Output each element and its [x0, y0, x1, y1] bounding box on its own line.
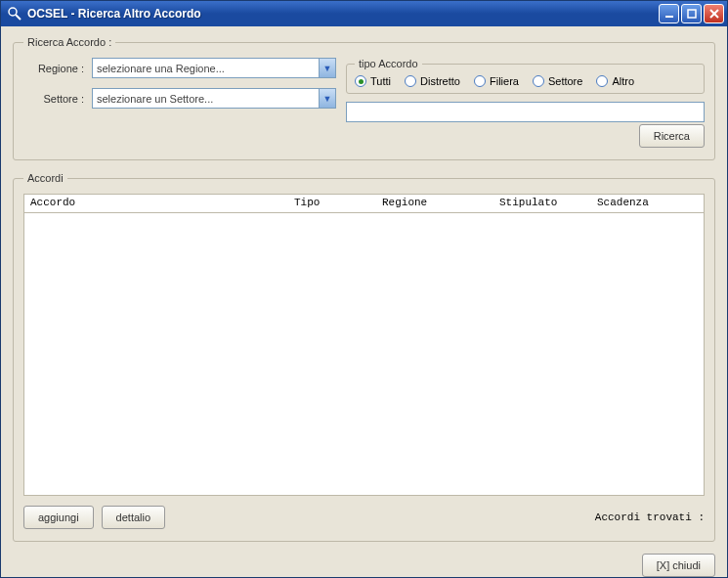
app-icon [7, 6, 22, 22]
minimize-button[interactable] [659, 4, 679, 23]
titlebar[interactable]: OCSEL - Ricerca Altro Accordo [1, 1, 727, 26]
accordi-table: Accordo Tipo Regione Stipulato Scadenza [23, 194, 705, 496]
col-accordo[interactable]: Accordo [24, 195, 288, 212]
search-group: Ricerca Accordo : Regione : selezionare … [13, 36, 715, 160]
svg-rect-3 [688, 10, 696, 18]
settore-combo-value: selezionare un Settore... [97, 93, 213, 105]
regione-combo-value: selezionare una Regione... [97, 63, 225, 74]
filter-input[interactable] [346, 102, 705, 122]
regione-label: Regione : [23, 63, 84, 74]
accordi-trovati-label: Accordi trovati : [595, 511, 705, 523]
col-scadenza[interactable]: Scadenza [591, 195, 704, 212]
tipo-radio-altro[interactable]: Altro [596, 75, 634, 87]
radio-label: Filiera [490, 75, 519, 87]
ricerca-button[interactable]: Ricerca [639, 124, 705, 148]
tipo-radio-tutti[interactable]: Tutti [355, 75, 391, 87]
app-window: OCSEL - Ricerca Altro Accordo Ricerca Ac… [0, 0, 728, 578]
accordi-group: Accordi Accordo Tipo Regione Stipulato S… [13, 172, 715, 542]
table-header: Accordo Tipo Regione Stipulato Scadenza [23, 194, 705, 213]
maximize-icon [687, 9, 697, 19]
radio-label: Altro [612, 75, 634, 87]
radio-icon [355, 75, 366, 87]
radio-label: Tutti [370, 75, 391, 87]
minimize-icon [664, 9, 674, 19]
aggiungi-button[interactable]: aggiungi [23, 506, 94, 529]
col-stipulato[interactable]: Stipulato [493, 195, 591, 212]
chevron-down-icon: ▼ [319, 89, 335, 108]
regione-combo[interactable]: selezionare una Regione... ▼ [92, 58, 336, 78]
svg-rect-2 [665, 16, 673, 18]
tipo-radio-filiera[interactable]: Filiera [474, 75, 519, 87]
radio-label: Settore [548, 75, 582, 87]
chevron-down-icon: ▼ [319, 59, 335, 77]
client-area: Ricerca Accordo : Regione : selezionare … [1, 26, 727, 577]
svg-point-0 [9, 8, 17, 16]
dettaglio-button[interactable]: dettalio [102, 506, 165, 529]
radio-icon [474, 75, 486, 87]
tipo-accordo-group: tipo Accordo TuttiDistrettoFilieraSettor… [346, 58, 705, 94]
tipo-radio-settore[interactable]: Settore [533, 75, 582, 87]
maximize-button[interactable] [681, 4, 702, 23]
chiudi-button[interactable]: [X] chiudi [642, 554, 715, 577]
col-regione[interactable]: Regione [376, 195, 493, 212]
col-tipo[interactable]: Tipo [288, 195, 376, 212]
tipo-accordo-legend: tipo Accordo [355, 58, 422, 69]
window-title: OCSEL - Ricerca Altro Accordo [27, 7, 659, 21]
settore-label: Settore : [23, 93, 84, 105]
svg-line-1 [16, 15, 21, 20]
radio-icon [533, 75, 544, 87]
table-body[interactable] [23, 213, 705, 496]
accordi-group-legend: Accordi [23, 172, 67, 184]
radio-icon [405, 75, 416, 87]
window-controls [659, 4, 724, 23]
tipo-radio-distretto[interactable]: Distretto [405, 75, 460, 87]
radio-label: Distretto [420, 75, 460, 87]
close-button[interactable] [704, 4, 724, 23]
radio-icon [596, 75, 608, 87]
settore-combo[interactable]: selezionare un Settore... ▼ [92, 88, 336, 109]
close-icon [709, 9, 719, 19]
search-group-legend: Ricerca Accordo : [23, 36, 115, 48]
